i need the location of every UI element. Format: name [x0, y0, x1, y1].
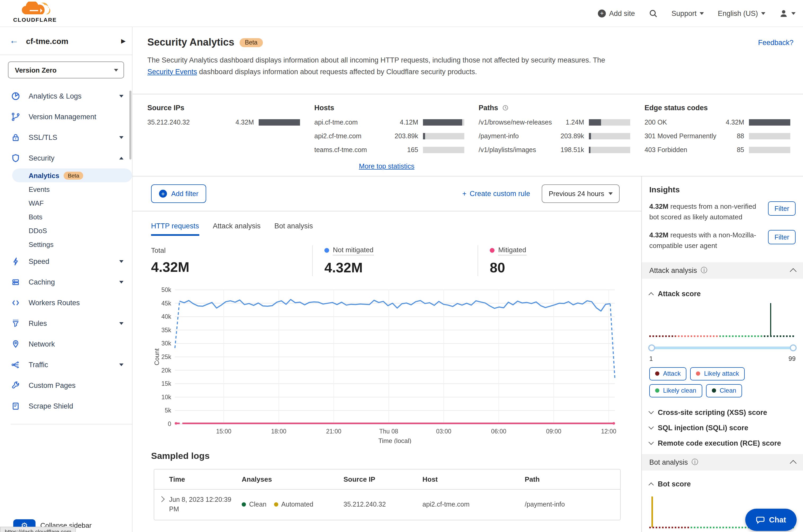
search-button[interactable]	[649, 9, 658, 18]
legend-dot-icon	[655, 388, 659, 393]
info-icon[interactable]: ⓘ	[692, 458, 698, 467]
sidebar-item-label: Scrape Shield	[29, 402, 124, 410]
svg-text:40k: 40k	[162, 313, 171, 320]
stat-column-hosts: Hostsapi.cf-tme.com4.12Mapi2.cf-tme.com2…	[314, 104, 464, 160]
chat-button[interactable]: Chat	[745, 509, 797, 531]
insight-filter-button[interactable]: Filter	[768, 230, 796, 245]
sidebar-item-version-management[interactable]: Version Management	[0, 107, 132, 127]
collapsed-section-remote-code-execution-rce-score[interactable]: Remote code execution (RCE) score	[649, 435, 796, 451]
legend-pill-clean[interactable]: Clean	[706, 384, 742, 397]
slider-handle-max[interactable]	[790, 344, 797, 351]
chevron-up-icon	[790, 460, 796, 466]
insight-filter-button[interactable]: Filter	[768, 201, 796, 216]
not-mitigated-label[interactable]: Not mitigated	[333, 246, 373, 255]
bot-analysis-header[interactable]: Bot analysisⓘ	[642, 454, 803, 470]
legend-pill-attack[interactable]: Attack	[649, 367, 687, 380]
mitigated-label[interactable]: Mitigated	[498, 246, 526, 255]
sidebar-item-ssl-tls[interactable]: SSL/TLS	[0, 127, 132, 148]
sidebar-subitem-settings[interactable]: Settings	[0, 238, 132, 251]
sidebar-item-label: Workers Routes	[29, 299, 124, 307]
back-arrow-icon[interactable]: ←	[10, 36, 19, 46]
histogram-baseline	[649, 335, 796, 337]
collapsed-section-cross-site-scripting-xss-score[interactable]: Cross-site scripting (XSS) score	[649, 404, 796, 420]
stat-row[interactable]: /payment-info203.89k	[479, 132, 630, 140]
create-custom-rule-link[interactable]: +Create custom rule	[463, 190, 530, 198]
analysis-tag: Clean	[242, 501, 266, 509]
table-row[interactable]: Jun 8, 2023 12:20:39 PMCleanAutomated35.…	[154, 489, 620, 520]
plus-icon: +	[463, 190, 467, 198]
sidebar-item-network[interactable]: Network	[0, 334, 132, 355]
collapsed-section-sql-injection-sqli-score[interactable]: SQL injection (SQLi) score	[649, 420, 796, 435]
feedback-link[interactable]: Feedback?	[758, 39, 793, 46]
stat-value: 203.89k	[395, 132, 418, 140]
language-menu[interactable]: English (US)	[718, 9, 765, 17]
column-header-host: Host	[423, 475, 525, 483]
sidebar-subitem-analytics[interactable]: AnalyticsBeta	[12, 169, 132, 182]
caret-down-icon	[114, 69, 118, 71]
code-icon	[11, 298, 20, 307]
sidebar-scrollbar[interactable]	[129, 91, 131, 159]
stat-row[interactable]: api.cf-tme.com4.12M	[314, 119, 464, 126]
search-icon	[649, 9, 658, 18]
sidebar-subitem-events[interactable]: Events	[0, 182, 132, 196]
tab-http-requests[interactable]: HTTP requests	[151, 222, 199, 236]
time-range-select[interactable]: Previous 24 hours	[542, 184, 620, 203]
security-events-link[interactable]: Security Events	[147, 68, 197, 76]
sidebar-item-speed[interactable]: Speed	[0, 251, 132, 272]
page-header: Security Analytics Beta Feedback? The Se…	[132, 27, 803, 94]
chevron-down-icon	[119, 260, 124, 263]
sidebar-subitem-bots[interactable]: Bots	[0, 210, 132, 224]
sidebar-item-traffic[interactable]: Traffic	[0, 355, 132, 375]
support-menu[interactable]: Support	[672, 9, 704, 17]
version-select[interactable]: Version Zero	[8, 61, 124, 78]
stat-row[interactable]: 35.212.240.324.32M	[147, 119, 300, 126]
stat-column-edge-status-codes: Edge status codes200 OK4.32M301 Moved Pe…	[645, 104, 790, 160]
legend-pill-likely-clean[interactable]: Likely clean	[649, 384, 702, 397]
info-icon[interactable]: ⓘ	[701, 266, 707, 275]
sidebar-item-analytics-logs[interactable]: Analytics & Logs	[0, 86, 132, 107]
bot-score-toggle[interactable]: Bot score	[649, 480, 796, 488]
sidebar-subitem-waf[interactable]: WAF	[0, 196, 132, 210]
server-icon	[11, 278, 20, 287]
add-filter-button[interactable]: + Add filter	[151, 184, 206, 203]
line-chart[interactable]: 05k10k15k20k25k30k35k40k45k50k15:0018:00…	[153, 283, 619, 443]
chevron-right-icon[interactable]: ▶	[121, 37, 126, 44]
stat-row[interactable]: /v1/browse/new-releases1.24M	[479, 119, 630, 126]
sidebar-item-security[interactable]: Security	[0, 148, 132, 169]
sidebar-item-custom-pages[interactable]: Custom Pages	[0, 375, 132, 396]
sidebar-subitem-ddos[interactable]: DDoS	[0, 224, 132, 238]
sidebar-item-caching[interactable]: Caching	[0, 272, 132, 292]
insight-text: 4.32M requests with a non-Mozilla-compat…	[649, 230, 764, 252]
stat-row[interactable]: 301 Moved Permanently88	[645, 132, 790, 140]
stat-label: /payment-info	[479, 132, 561, 140]
add-site-button[interactable]: + Add site	[598, 9, 635, 17]
sidebar-item-scrape-shield[interactable]: Scrape Shield	[0, 396, 132, 417]
slider-handle-min[interactable]	[648, 344, 655, 351]
stat-bar	[423, 147, 464, 153]
document-icon	[11, 402, 20, 411]
stat-row[interactable]: api2.cf-tme.com203.89k	[314, 132, 464, 140]
automated-dot-icon	[274, 502, 278, 507]
stat-row[interactable]: teams.cf-tme.com165	[314, 146, 464, 154]
attack-score-toggle[interactable]: Attack score	[649, 289, 796, 298]
sidebar-item-label: Traffic	[29, 361, 119, 369]
tab-attack-analysis[interactable]: Attack analysis	[213, 222, 261, 236]
more-top-statistics-link[interactable]: More top statistics	[359, 162, 414, 170]
stat-row[interactable]: /v1/playlists/images198.51k	[479, 146, 630, 154]
analytics-content: + Add filter +Create custom rule Previou…	[132, 176, 641, 532]
account-menu[interactable]	[779, 9, 796, 18]
column-header-path: Path	[525, 475, 620, 483]
sidebar: ← cf-tme.com ▶ Version Zero Analytics & …	[0, 27, 132, 532]
user-icon	[779, 9, 788, 18]
sidebar-item-workers-routes[interactable]: Workers Routes	[0, 292, 132, 313]
stat-row[interactable]: 200 OK4.32M	[645, 119, 790, 126]
tab-bot-analysis[interactable]: Bot analysis	[274, 222, 313, 236]
sidebar-item-rules[interactable]: Rules	[0, 313, 132, 334]
stat-row[interactable]: 403 Forbidden85	[645, 146, 790, 154]
attack-analysis-header[interactable]: Attack analysisⓘ	[642, 262, 803, 279]
global-header: CLOUDFLARE + Add site Support English (U…	[0, 0, 803, 27]
stat-bar	[749, 147, 790, 153]
slider-track[interactable]	[649, 346, 796, 349]
cloudflare-logo[interactable]: CLOUDFLARE	[8, 2, 61, 23]
legend-pill-likely-attack[interactable]: Likely attack	[690, 367, 745, 380]
